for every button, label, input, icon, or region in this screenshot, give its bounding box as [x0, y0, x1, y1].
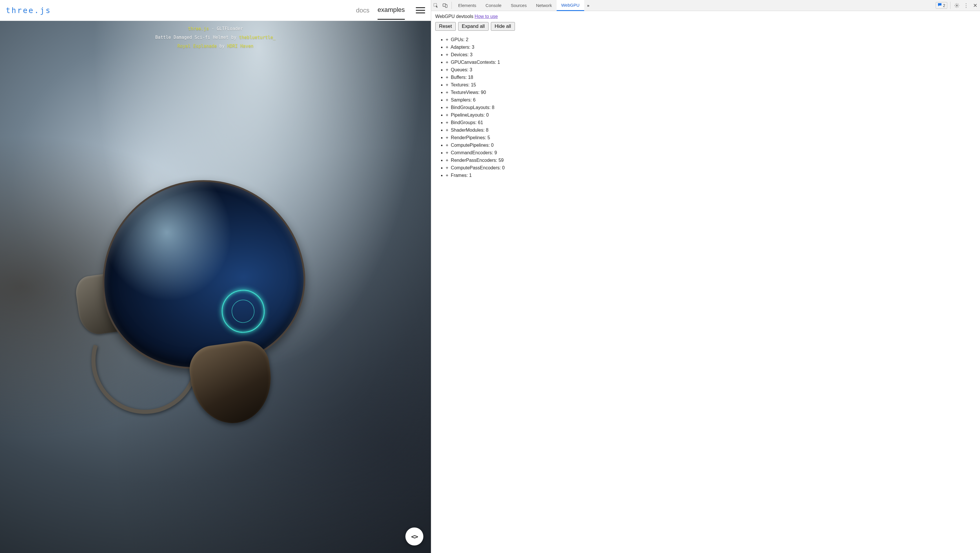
tree-item-label: PipelineLayouts: 0 [449, 113, 488, 118]
logo[interactable]: three.js [6, 6, 51, 15]
expand-icon[interactable]: + [445, 165, 448, 170]
expand-all-button[interactable]: Expand all [458, 22, 488, 31]
expand-icon[interactable]: + [445, 113, 448, 118]
tab-sources[interactable]: Sources [506, 0, 531, 11]
hamburger-icon[interactable] [416, 6, 425, 15]
more-icon[interactable]: ⋮ [961, 0, 971, 11]
chat-icon [938, 3, 942, 8]
tree-item-label: GPUCanvasContexts: 1 [449, 60, 500, 65]
nav-examples[interactable]: examples [377, 6, 405, 20]
expand-icon[interactable]: + [445, 60, 448, 65]
tree-item[interactable]: + ShaderModules: 8 [445, 126, 976, 134]
tree-item[interactable]: + CommandEncoders: 9 [445, 149, 976, 156]
nav-docs[interactable]: docs [356, 7, 369, 14]
tree-item-label: TextureViews: 90 [449, 90, 486, 95]
tree-item[interactable]: + ComputePassEncoders: 0 [445, 164, 976, 172]
tree-item-label: ComputePassEncoders: 0 [449, 165, 504, 170]
tree-item[interactable]: + Samplers: 6 [445, 96, 976, 104]
helmet-model [56, 152, 358, 454]
expand-icon[interactable]: + [445, 90, 448, 95]
expand-icon[interactable]: + [445, 37, 448, 42]
close-icon[interactable]: ✕ [971, 0, 980, 11]
tab-elements[interactable]: Elements [453, 0, 481, 11]
tree-item[interactable]: + GPUs: 2 [445, 36, 976, 43]
expand-icon[interactable]: + [445, 45, 448, 49]
threejs-page: three.js docs examples three.js - GLTFLo… [0, 0, 431, 553]
webgpu-panel-body: WebGPU devtools How to use Reset Expand … [431, 11, 980, 553]
tree-item-label: Frames: 1 [449, 173, 471, 178]
expand-icon[interactable]: + [445, 75, 448, 80]
svg-rect-2 [445, 5, 447, 8]
tree-item[interactable]: + BindGroupLayouts: 8 [445, 104, 976, 112]
tree-item[interactable]: + Buffers: 18 [445, 74, 976, 81]
tree-item-label: CommandEncoders: 9 [449, 150, 497, 155]
tree-item[interactable]: + RenderPipelines: 5 [445, 134, 976, 142]
devtools-panel: Elements Console Sources Network WebGPU … [431, 0, 980, 553]
tree-item-label: ShaderModules: 8 [449, 127, 488, 132]
reset-button[interactable]: Reset [435, 22, 455, 31]
tab-network[interactable]: Network [531, 0, 557, 11]
tree-item-label: Queues: 3 [449, 67, 472, 72]
tree-item[interactable]: + Adapters: 3 [445, 43, 976, 51]
tree-item[interactable]: + Frames: 1 [445, 172, 976, 179]
tree-item-label: Textures: 15 [449, 82, 476, 87]
tree-item-label: Devices: 3 [449, 52, 473, 57]
tree-item-label: RenderPipelines: 5 [449, 135, 490, 140]
tree-item[interactable]: + Devices: 3 [445, 51, 976, 59]
code-icon: <> [411, 533, 418, 540]
tree-item-label: BindGroups: 61 [449, 120, 483, 125]
tree-item-label: Adapters: 3 [449, 45, 474, 49]
expand-icon[interactable]: + [445, 127, 448, 132]
how-to-use-link[interactable]: How to use [475, 14, 498, 19]
devtools-tabbar: Elements Console Sources Network WebGPU … [431, 0, 980, 11]
settings-icon[interactable] [952, 0, 961, 11]
tree-item[interactable]: + Textures: 15 [445, 81, 976, 89]
page-header: three.js docs examples [0, 0, 431, 21]
tree-item-label: Buffers: 18 [449, 75, 473, 80]
hide-all-button[interactable]: Hide all [491, 22, 515, 31]
tree-item-label: Samplers: 6 [449, 97, 476, 102]
webgl-viewport[interactable]: three.js - GLTFLoader Battle Damaged Sci… [0, 21, 431, 553]
expand-icon[interactable]: + [445, 105, 448, 110]
expand-icon[interactable]: + [445, 67, 448, 72]
expand-icon[interactable]: + [445, 135, 448, 140]
expand-icon[interactable]: + [445, 150, 448, 155]
tab-webgpu[interactable]: WebGPU [557, 0, 584, 11]
expand-icon[interactable]: + [445, 173, 448, 178]
svg-point-3 [956, 5, 958, 6]
expand-icon[interactable]: + [445, 143, 448, 148]
tree-item[interactable]: + Queues: 3 [445, 66, 976, 74]
expand-icon[interactable]: + [445, 120, 448, 125]
tab-console[interactable]: Console [481, 0, 506, 11]
tabs-overflow-icon[interactable]: » [584, 0, 592, 11]
tree-item-label: GPUs: 2 [449, 37, 468, 42]
tree-item[interactable]: + TextureViews: 90 [445, 89, 976, 96]
tree-item-label: BindGroupLayouts: 8 [449, 105, 494, 110]
tree-item[interactable]: + PipelineLayouts: 0 [445, 112, 976, 119]
issues-count: 2 [943, 3, 945, 8]
expand-icon[interactable]: + [445, 97, 448, 102]
stats-tree: + GPUs: 2+ Adapters: 3+ Devices: 3+ GPUC… [435, 36, 976, 179]
expand-icon[interactable]: + [445, 82, 448, 87]
tree-item-label: ComputePipelines: 0 [449, 143, 493, 148]
panel-intro: WebGPU devtools How to use [435, 14, 976, 19]
device-toggle-icon[interactable] [441, 0, 450, 11]
inspect-icon[interactable] [431, 0, 441, 11]
view-source-button[interactable]: <> [406, 528, 423, 545]
tree-item[interactable]: + BindGroups: 61 [445, 119, 976, 126]
panel-toolbar: Reset Expand all Hide all [435, 22, 976, 31]
expand-icon[interactable]: + [445, 52, 448, 57]
tree-item[interactable]: + RenderPassEncoders: 59 [445, 156, 976, 164]
tree-item[interactable]: + GPUCanvasContexts: 1 [445, 59, 976, 66]
tree-item-label: RenderPassEncoders: 59 [449, 158, 504, 163]
issues-badge[interactable]: 2 [935, 2, 947, 9]
expand-icon[interactable]: + [445, 158, 448, 163]
tree-item[interactable]: + ComputePipelines: 0 [445, 142, 976, 149]
